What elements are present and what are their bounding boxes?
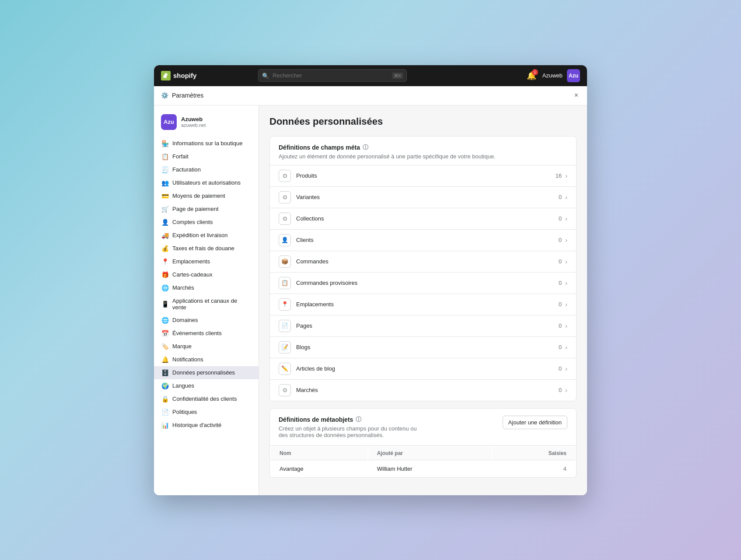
- meta-row-marches-meta[interactable]: ⊙ Marchés 0 ›: [270, 379, 576, 401]
- sidebar-item-cartes-cadeaux[interactable]: 🎁 Cartes-cadeaux: [154, 268, 259, 281]
- close-button[interactable]: ×: [573, 90, 580, 101]
- meta-fields-info-icon[interactable]: ⓘ: [363, 144, 368, 151]
- user-avatar[interactable]: Azu: [567, 69, 580, 82]
- articles-icon: ✏️: [279, 363, 291, 375]
- meta-fields-header: Définitions de champs méta ⓘ Ajoutez un …: [270, 136, 576, 165]
- meta-row-clients[interactable]: 👤 Clients 0 ›: [270, 229, 576, 251]
- sidebar-item-facturation[interactable]: 🧾 Facturation: [154, 163, 259, 176]
- sidebar-item-comptes[interactable]: 👤 Comptes clients: [154, 216, 259, 229]
- pages-icon: 📄: [279, 320, 291, 332]
- sidebar-item-informations[interactable]: 🏪 Informations sur la boutique: [154, 137, 259, 150]
- add-definition-button[interactable]: Ajouter une définition: [503, 416, 567, 429]
- meta-row-variantes[interactable]: ⊙ Variantes 0 ›: [270, 186, 576, 208]
- sidebar-item-taxes[interactable]: 💰 Taxes et frais de douane: [154, 242, 259, 255]
- sidebar-item-evenements[interactable]: 📅 Événements clients: [154, 327, 259, 340]
- metaobjects-info-icon[interactable]: ⓘ: [356, 416, 361, 424]
- emplacements-meta-arrow: ›: [565, 301, 567, 308]
- meta-row-commandes-prov[interactable]: 📋 Commandes provisoires 0 ›: [270, 272, 576, 294]
- emplacements-icon: 📍: [161, 258, 169, 265]
- page-title: Données personnalisées: [269, 116, 577, 127]
- sidebar-label-cartes-cadeaux: Cartes-cadeaux: [172, 271, 213, 278]
- meta-row-blogs[interactable]: 📝 Blogs 0 ›: [270, 336, 576, 358]
- sidebar-item-marches[interactable]: 🌐 Marchés: [154, 281, 259, 294]
- sidebar-label-emplacements: Emplacements: [172, 258, 210, 265]
- utilisateurs-icon: 👥: [161, 179, 169, 186]
- meta-row-produits[interactable]: ⊙ Produits 16 ›: [270, 165, 576, 186]
- sidebar-item-domaines[interactable]: 🌐 Domaines: [154, 314, 259, 327]
- content-area: Données personnalisées Définitions de ch…: [259, 105, 587, 495]
- sidebar-label-informations: Informations sur la boutique: [172, 140, 242, 147]
- informations-icon: 🏪: [161, 140, 169, 147]
- metaobjects-header-left: Définitions de métaobjets ⓘ Créez un obj…: [279, 416, 419, 438]
- row-saisies: 4: [492, 461, 575, 476]
- sidebar-label-paiement: Moyens de paiement: [172, 192, 225, 199]
- sidebar-label-politiques: Politiques: [172, 409, 197, 415]
- sidebar-item-politiques[interactable]: 📄 Politiques: [154, 406, 259, 419]
- table-row[interactable]: Avantage William Hutter 4: [271, 461, 575, 476]
- sidebar-label-historique: Historique d'activité: [172, 422, 221, 428]
- meta-row-pages[interactable]: 📄 Pages 0 ›: [270, 315, 576, 336]
- sidebar-item-notifications[interactable]: 🔔 Notifications: [154, 353, 259, 366]
- sidebar-label-marque: Marque: [172, 343, 192, 350]
- sidebar-item-utilisateurs[interactable]: 👥 Utilisateurs et autorisations: [154, 176, 259, 189]
- store-name: Azuweb: [181, 116, 206, 122]
- forfait-icon: 📋: [161, 153, 169, 160]
- commandes-prov-label: Commandes provisoires: [296, 280, 559, 286]
- sidebar-label-forfait: Forfait: [172, 153, 189, 160]
- row-nom: Avantage: [271, 461, 367, 476]
- sidebar-label-applications: Applications et canaux de vente: [172, 298, 252, 311]
- meta-row-commandes[interactable]: 📦 Commandes 0 ›: [270, 251, 576, 272]
- sidebar-item-page-paiement[interactable]: 🛒 Page de paiement: [154, 203, 259, 216]
- search-input[interactable]: [258, 69, 407, 82]
- collections-label: Collections: [296, 215, 559, 222]
- main-window: shopify 🔍 ⌘K 🔔 1 Azuweb Azu ⚙️ Paramètre…: [154, 65, 587, 495]
- produits-label: Produits: [296, 172, 556, 179]
- notifications-button[interactable]: 🔔 1: [525, 69, 538, 82]
- meta-row-articles[interactable]: ✏️ Articles de blog 0 ›: [270, 358, 576, 379]
- metaobjects-table: Nom Ajouté par Saisies Avantage William …: [270, 445, 576, 477]
- sidebar-item-paiement[interactable]: 💳 Moyens de paiement: [154, 189, 259, 203]
- logo-text: shopify: [173, 72, 196, 79]
- sidebar-item-historique[interactable]: 📊 Historique d'activité: [154, 419, 259, 432]
- sidebar-item-marque[interactable]: 🏷️ Marque: [154, 340, 259, 353]
- meta-row-collections[interactable]: ⊙ Collections 0 ›: [270, 208, 576, 229]
- gear-icon: ⚙️: [161, 92, 168, 99]
- sidebar-item-forfait[interactable]: 📋 Forfait: [154, 150, 259, 163]
- commandes-label: Commandes: [296, 258, 559, 265]
- store-header: Azu Azuweb azuweb.net: [154, 112, 259, 137]
- topbar-right: 🔔 1 Azuweb Azu: [525, 69, 580, 82]
- store-url: azuweb.net: [181, 122, 206, 128]
- meta-row-emplacements[interactable]: 📍 Emplacements 0 ›: [270, 294, 576, 315]
- sidebar-item-applications[interactable]: 📱 Applications et canaux de vente: [154, 294, 259, 314]
- shopify-bag-icon: [161, 71, 171, 80]
- commandes-prov-icon: 📋: [279, 277, 291, 289]
- svg-point-2: [166, 77, 167, 78]
- clients-arrow: ›: [565, 237, 567, 244]
- pages-arrow: ›: [565, 322, 567, 329]
- marches-icon: 🌐: [161, 284, 169, 291]
- row-ajoute-par: William Hutter: [368, 461, 492, 476]
- sidebar-item-donnees[interactable]: 🗄️ Données personnalisées: [154, 366, 259, 379]
- sidebar-label-confidentialite: Confidentialité des clients: [172, 396, 237, 402]
- sidebar-item-langues[interactable]: 🌍 Langues: [154, 379, 259, 392]
- sidebar-item-emplacements[interactable]: 📍 Emplacements: [154, 255, 259, 268]
- produits-count: 16: [556, 172, 562, 179]
- clients-count: 0: [559, 237, 562, 243]
- notification-badge: 1: [532, 69, 538, 75]
- sidebar-label-comptes: Comptes clients: [172, 219, 213, 225]
- paiement-icon: 💳: [161, 192, 169, 200]
- metaobjects-card: Définitions de métaobjets ⓘ Créez un obj…: [269, 408, 577, 478]
- sidebar-nav: 🏪 Informations sur la boutique 📋 Forfait…: [154, 137, 259, 432]
- emplacements-meta-label: Emplacements: [296, 301, 559, 308]
- sidebar-item-confidentialite[interactable]: 🔒 Confidentialité des clients: [154, 392, 259, 406]
- sidebar-label-domaines: Domaines: [172, 317, 198, 323]
- notifications-nav-icon: 🔔: [161, 356, 169, 363]
- variantes-label: Variantes: [296, 194, 559, 200]
- variantes-arrow: ›: [565, 194, 567, 201]
- meta-fields-title: Définitions de champs méta ⓘ: [279, 144, 567, 151]
- main-layout: Azu Azuweb azuweb.net 🏪 Informations sur…: [154, 105, 587, 495]
- collections-arrow: ›: [565, 215, 567, 222]
- sidebar-label-donnees: Données personnalisées: [172, 369, 235, 376]
- shopify-logo: shopify: [161, 71, 196, 80]
- sidebar-item-expedition[interactable]: 🚚 Expédition et livraison: [154, 229, 259, 242]
